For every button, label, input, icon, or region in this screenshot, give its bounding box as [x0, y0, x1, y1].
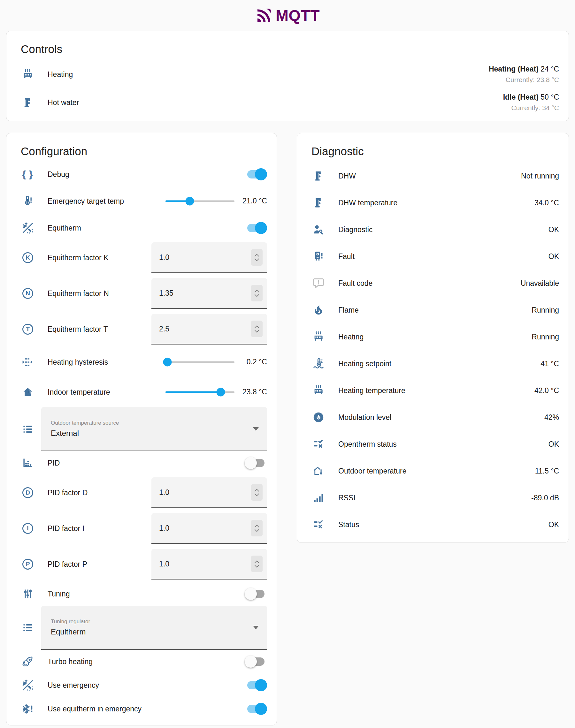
toggle-thumb[interactable]	[245, 457, 257, 469]
toggle-thumb[interactable]	[255, 222, 267, 234]
select-tuning-regulator[interactable]: Tuning regulator Equitherm	[41, 606, 267, 650]
slider-thumb[interactable]	[185, 197, 194, 205]
number-stepper[interactable]	[251, 520, 263, 537]
diagnostic-row-label: Status	[338, 520, 359, 529]
configuration-card: Configuration { }Debug Emergency target …	[6, 133, 277, 725]
number-input-pid-factor-p[interactable]: 1.0	[151, 549, 267, 580]
toggle-debug[interactable]	[247, 170, 265, 179]
alpha-circle-icon: P	[21, 557, 35, 571]
config-row-label: PID	[47, 459, 60, 468]
select-value: External	[51, 429, 247, 438]
number-input-equitherm-factor-n[interactable]: 1.35	[151, 278, 267, 309]
climate-target: 24 °C	[541, 65, 559, 73]
number-value: 1.0	[159, 524, 169, 533]
number-value: 1.0	[159, 560, 169, 568]
cards-columns: Configuration { }Debug Emergency target …	[6, 133, 569, 725]
number-input-equitherm-factor-k[interactable]: 1.0	[151, 242, 267, 273]
toggle-thumb[interactable]	[255, 679, 267, 691]
config-row-label: PID factor P	[47, 560, 87, 569]
number-stepper[interactable]	[251, 321, 263, 337]
config-row-emergency-target-temp: Emergency target temp 21.0 °C	[6, 186, 277, 216]
controls-row-hot-water[interactable]: Hot water Idle (Heat) 50 °C Currently: 3…	[6, 88, 569, 116]
slider-thumb[interactable]	[163, 358, 172, 366]
diagnostic-row-fault[interactable]: Fault OK	[297, 243, 569, 270]
toggle-thumb[interactable]	[245, 588, 257, 600]
diagnostic-row-rssi[interactable]: RSSI -89.0 dB	[297, 484, 569, 511]
toggle-use-equitherm-in-emergency[interactable]	[247, 705, 265, 713]
number-stepper[interactable]	[251, 555, 263, 572]
config-row-label: PID factor D	[47, 488, 88, 497]
diagnostic-row-value: OK	[548, 252, 559, 261]
diagnostic-row-status[interactable]: Status OK	[297, 511, 569, 538]
number-input-equitherm-factor-t[interactable]: 2.5	[151, 314, 267, 344]
slider-thumb[interactable]	[216, 388, 225, 396]
number-stepper[interactable]	[251, 484, 263, 501]
config-row-use-equitherm-in-emergency: Use equitherm in emergency	[6, 697, 277, 721]
climate-target: 50 °C	[541, 93, 559, 101]
slider-emergency-target-temp[interactable]	[166, 197, 234, 206]
number-stepper[interactable]	[251, 285, 263, 301]
toggle-use-emergency[interactable]	[247, 681, 265, 689]
diagnostic-row-outdoor-temperature[interactable]: Outdoor temperature 11.5 °C	[297, 458, 569, 484]
diagnostic-row-flame[interactable]: Flame Running	[297, 297, 569, 323]
dropdown-arrow-icon	[253, 427, 259, 431]
diagnostic-row-label: Fault code	[338, 279, 372, 288]
diagnostic-row-fault-code[interactable]: Fault code Unavailable	[297, 270, 569, 297]
diagnostic-card: Diagnostic DHW Not running DHW temperatu…	[297, 133, 569, 543]
diagnostic-row-value: Not running	[521, 172, 559, 180]
config-row-equitherm: Equitherm	[6, 216, 277, 240]
diagnostic-row-heating-temperature[interactable]: Heating temperature 42.0 °C	[297, 377, 569, 404]
alpha-k-circle-icon: K	[22, 252, 33, 263]
alpha-circle-icon: I	[21, 521, 35, 536]
controls-row-label: Heating	[47, 70, 73, 79]
toggle-equitherm[interactable]	[247, 224, 265, 232]
diagnostic-row-label: Heating temperature	[338, 386, 405, 395]
config-row-pid: PID	[6, 451, 277, 475]
number-input-pid-factor-d[interactable]: 1.0	[151, 477, 267, 508]
diagnostic-row-opentherm-status[interactable]: Opentherm status OK	[297, 431, 569, 458]
select-value: Equitherm	[51, 627, 247, 636]
water-pump-icon	[311, 169, 326, 183]
mqtt-logo-text: MQTT	[276, 7, 320, 24]
number-stepper[interactable]	[251, 249, 263, 266]
diagnostic-row-label: Opentherm status	[338, 440, 397, 449]
config-row-label: Use emergency	[47, 681, 99, 690]
diagnostic-row-diagnostic[interactable]: Diagnostic OK	[297, 216, 569, 243]
controls-card-title: Controls	[6, 31, 569, 60]
select-outdoor-temperature-source[interactable]: Outdoor temperature source External	[41, 407, 267, 451]
slider-value: 23.8 °C	[239, 387, 267, 397]
toggle-thumb[interactable]	[255, 703, 267, 715]
select-label: Tuning regulator	[51, 618, 247, 625]
toggle-thumb[interactable]	[245, 656, 257, 668]
diagnostic-row-modulation-level[interactable]: Modulation level 42%	[297, 404, 569, 431]
diagnostic-row-value: OK	[548, 440, 559, 449]
alpha-n-circle-icon: N	[22, 288, 33, 299]
alpha-i-circle-icon: I	[22, 523, 33, 534]
alpha-p-circle-icon: P	[22, 559, 33, 570]
number-value: 2.5	[159, 325, 169, 333]
diagnostic-row-heating[interactable]: Heating Running	[297, 323, 569, 350]
code-braces-icon: { }	[21, 167, 35, 181]
config-row-heating-hysteresis: Heating hysteresis 0.2 °C	[6, 347, 277, 377]
list-status-icon	[311, 437, 326, 451]
diagnostic-row-label: Fault	[338, 252, 354, 261]
controls-row-label: Hot water	[47, 98, 79, 107]
diagnostic-row-dhw[interactable]: DHW Not running	[297, 162, 569, 189]
config-row-pid-factor-d: DPID factor D 1.0	[6, 475, 277, 511]
controls-row-heating[interactable]: Heating Heating (Heat) 24 °C Currently: …	[6, 60, 569, 88]
hysteresis-icon	[21, 355, 35, 369]
toggle-thumb[interactable]	[255, 168, 267, 180]
diagnostic-row-label: Flame	[338, 306, 359, 315]
slider-heating-hysteresis[interactable]	[166, 358, 234, 367]
slider-indoor-temperature[interactable]	[166, 388, 234, 397]
radiator-icon	[311, 384, 326, 398]
config-row-label: Turbo heating	[47, 657, 93, 666]
toggle-pid[interactable]	[247, 459, 265, 467]
diagnostic-row-heating-setpoint[interactable]: Heating setpoint 41 °C	[297, 350, 569, 377]
sun-snowflake-icon	[21, 678, 35, 692]
climate-current: Currently: 34 °C	[503, 104, 559, 112]
toggle-tuning[interactable]	[247, 590, 265, 598]
diagnostic-row-dhw-temperature[interactable]: DHW temperature 34.0 °C	[297, 189, 569, 216]
number-input-pid-factor-i[interactable]: 1.0	[151, 513, 267, 544]
toggle-turbo-heating[interactable]	[247, 657, 265, 666]
